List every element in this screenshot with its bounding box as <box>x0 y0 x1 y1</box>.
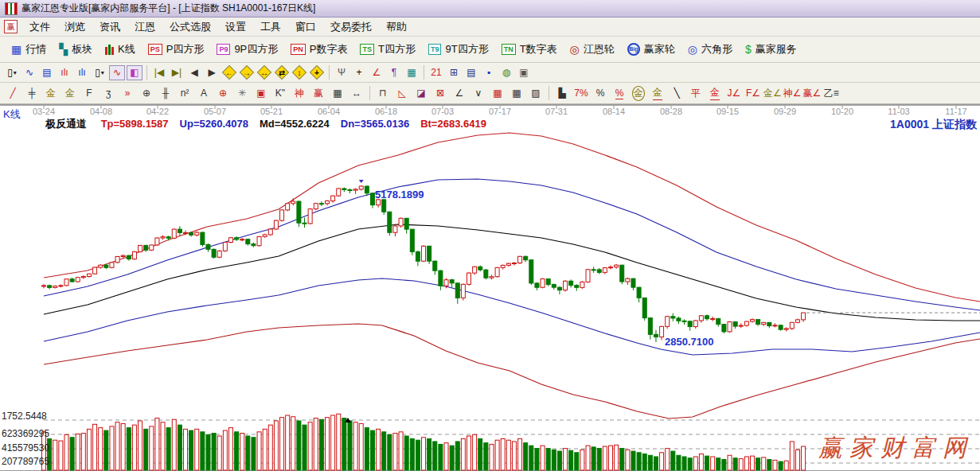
prev-page-icon[interactable]: ◀ <box>186 65 202 80</box>
pen-icon[interactable]: ╲ <box>668 86 685 101</box>
box-x-icon[interactable]: ⊠ <box>431 86 449 101</box>
pct-lines-icon[interactable]: % <box>611 86 628 101</box>
pencil-icon[interactable]: ╱ <box>4 86 21 101</box>
gann-right-icon[interactable]: → <box>239 65 255 80</box>
period-select-icon[interactable]: ▯▾ <box>4 65 20 80</box>
first-page-icon[interactable]: |◀ <box>151 65 167 80</box>
gold-circle-icon[interactable]: 金 <box>630 86 647 101</box>
menu-item-窗口[interactable]: 窗口 <box>288 19 323 34</box>
gann-lr-icon[interactable]: ↔ <box>256 65 272 80</box>
grid-ruler-icon[interactable]: ▦ <box>329 86 346 101</box>
window-line-icon[interactable]: ⊓ <box>374 86 392 101</box>
gann-wheel-button[interactable]: ◎江恩轮 <box>570 42 615 56</box>
yi-lines-icon[interactable]: 乙≡ <box>822 86 840 101</box>
chart-area[interactable]: K线 03-2404-0804-2205-0705-2106-0406-1807… <box>0 104 980 470</box>
bars-3-icon[interactable]: ılı <box>57 65 72 80</box>
menu-item-交易委托[interactable]: 交易委托 <box>323 19 379 34</box>
pct7-icon[interactable]: 7% <box>572 86 590 101</box>
a-slash-icon[interactable]: A <box>195 86 213 101</box>
tool-purple-icon[interactable]: ¶ <box>386 65 402 80</box>
trend-sketch-icon[interactable]: ∿ <box>21 65 37 80</box>
hand-icon[interactable]: Ψ <box>334 65 349 80</box>
notes-icon[interactable]: ▤ <box>463 65 479 80</box>
hexagon-button[interactable]: ◎六角形 <box>688 42 732 56</box>
gold-under-icon[interactable]: 金 <box>649 86 666 101</box>
ping-lines-icon[interactable]: 平 <box>687 86 705 101</box>
menu-item-帮助[interactable]: 帮助 <box>379 19 414 34</box>
draw-mode-icon[interactable]: ∿ <box>109 65 125 80</box>
gann-left-icon[interactable]: ← <box>221 65 237 80</box>
9p-square-button[interactable]: P99P四方形 <box>217 42 278 56</box>
9t-square-button[interactable]: T99T四方形 <box>428 42 489 56</box>
gold-angle-icon[interactable]: 金∠ <box>763 86 782 101</box>
gann-ud-icon[interactable]: ↕ <box>291 65 307 80</box>
v-lines-icon[interactable]: ∨ <box>470 86 487 101</box>
save-icon[interactable]: ▪ <box>481 65 497 80</box>
gold-red-icon[interactable]: 金 <box>706 86 724 101</box>
tool-teal-icon[interactable]: ▦ <box>404 65 420 80</box>
fan-shade-icon[interactable]: ◪ <box>412 86 430 101</box>
j-angle-icon[interactable]: J∠ <box>725 86 743 101</box>
gann-expand-icon[interactable]: + <box>309 65 325 80</box>
ying-angle-icon[interactable]: 赢∠ <box>803 86 822 101</box>
volume-bar <box>99 428 103 470</box>
calendar-21-icon[interactable]: 21 <box>428 65 444 80</box>
slash-grid-icon[interactable]: ▨ <box>527 86 545 101</box>
menu-item-设置[interactable]: 设置 <box>218 19 253 34</box>
crosshair-icon[interactable]: + <box>351 65 367 80</box>
winner-wheel-button[interactable]: Big赢家轮 <box>627 42 675 56</box>
menu-item-江恩[interactable]: 江恩 <box>127 19 162 34</box>
next-page-icon[interactable]: ▶ <box>204 65 220 80</box>
candle-style-icon[interactable]: ▯▾ <box>92 65 107 80</box>
shen-icon[interactable]: 神 <box>291 86 308 101</box>
fan-red-icon[interactable]: ◺ <box>393 86 411 101</box>
menu-item-文件[interactable]: 文件 <box>22 19 57 34</box>
ying-icon[interactable]: 赢 <box>310 86 327 101</box>
color-hist-icon[interactable]: ◧ <box>127 65 143 80</box>
export-web-icon[interactable]: ◍ <box>498 65 514 80</box>
compass-icon[interactable]: ⊕ <box>138 86 155 101</box>
k2-icon[interactable]: K" <box>271 86 289 101</box>
menu-item-工具[interactable]: 工具 <box>253 19 288 34</box>
n2-icon[interactable]: n² <box>176 86 193 101</box>
menu-item-资讯[interactable]: 资讯 <box>92 19 127 34</box>
spiral-icon[interactable]: ʒ <box>100 86 117 101</box>
square-target-icon[interactable]: ▣ <box>252 86 270 101</box>
angle-measure-icon[interactable]: ∠ <box>369 65 385 80</box>
ruler-hash-icon[interactable]: ╪ <box>23 86 41 101</box>
grid-black-icon[interactable]: ▦ <box>508 86 525 101</box>
calculator-icon[interactable]: ⊞ <box>446 65 462 80</box>
hash-icon[interactable]: ╫ <box>157 86 174 101</box>
bars-9-icon[interactable]: ılı <box>74 65 90 80</box>
gold-line2-icon[interactable]: 金 <box>61 86 79 101</box>
shen-angle-icon[interactable]: 神∠ <box>783 86 802 101</box>
grid-red-icon[interactable]: ▦ <box>489 86 506 101</box>
h-extend-icon[interactable]: ↔ <box>348 86 365 101</box>
last-page-icon[interactable]: ▶| <box>169 65 185 80</box>
kline-button[interactable]: K线 <box>105 42 135 56</box>
f-angle-icon[interactable]: F∠ <box>744 86 762 101</box>
p-table-button[interactable]: PNP数字表 <box>291 42 347 56</box>
bar-pct-icon[interactable]: ▙ <box>553 86 571 101</box>
winner-service-button[interactable]: $赢家服务 <box>745 42 797 56</box>
circle-cross-icon[interactable]: ⊕ <box>214 86 232 101</box>
t-square-button[interactable]: TST四方形 <box>360 42 415 56</box>
pct-icon[interactable]: % <box>592 86 609 101</box>
rocket-icon[interactable]: » <box>119 86 136 101</box>
sectors-button[interactable]: ▚板块 <box>59 42 92 56</box>
menu-item-浏览[interactable]: 浏览 <box>57 19 92 34</box>
f-line-icon[interactable]: F <box>80 86 98 101</box>
candle-body <box>535 283 539 287</box>
print-icon[interactable]: ▣ <box>516 65 532 80</box>
gold-line-icon[interactable]: 金 <box>42 86 60 101</box>
star-target-icon[interactable]: ✳ <box>233 86 251 101</box>
menu-item-公式选股[interactable]: 公式选股 <box>162 19 218 34</box>
title-bar[interactable]: 赢家江恩专业版[赢家内部服务平台] - [上证指数 SH1A0001-167日K… <box>0 0 980 18</box>
t-table-button[interactable]: TNT数字表 <box>502 42 557 56</box>
quotes-button[interactable]: ▦行情 <box>11 42 46 56</box>
clipboard-icon[interactable]: ▤ <box>39 65 55 80</box>
kline-chart[interactable] <box>0 105 980 471</box>
p-square-button[interactable]: PSP四方形 <box>148 42 205 56</box>
gann-swap-icon[interactable]: ⇄ <box>274 65 290 80</box>
angle-lines-icon[interactable]: ∠ <box>451 86 468 101</box>
